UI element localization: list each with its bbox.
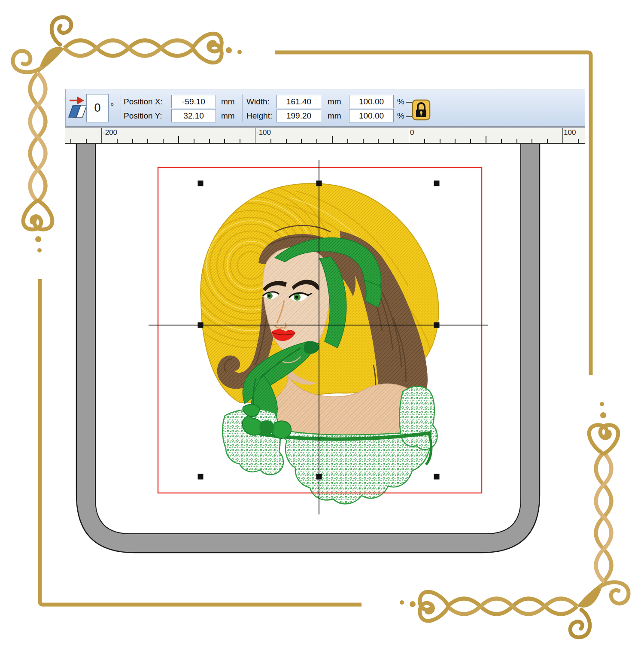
- ruler-tick: [378, 139, 379, 143]
- position-y-input[interactable]: 32.10: [171, 109, 216, 122]
- ruler-tick: [455, 139, 456, 143]
- ruler-tick: [363, 139, 364, 143]
- ruler-tick: [501, 139, 502, 143]
- ruler-label: 100: [564, 128, 576, 137]
- ruler-tick: [332, 136, 333, 143]
- ruler-tick: [316, 139, 317, 143]
- ruler-tick: [301, 139, 302, 143]
- ruler-tick: [393, 139, 394, 143]
- ruler-tick: [532, 139, 532, 143]
- ruler-tick: [132, 139, 133, 143]
- ruler-tick: [409, 128, 409, 143]
- toolbar-separator: [242, 94, 243, 122]
- position-x-label: Position X:: [124, 97, 163, 106]
- scale-x-input[interactable]: 100.00: [349, 95, 394, 108]
- width-unit: mm: [328, 97, 341, 106]
- ruler-tick: [547, 139, 548, 143]
- width-input[interactable]: 161.40: [276, 95, 321, 108]
- ruler-tick: [209, 139, 210, 143]
- ruler-tick: [270, 139, 271, 143]
- position-y-unit: mm: [221, 111, 235, 121]
- height-unit: mm: [328, 111, 341, 121]
- ruler-tick: [516, 139, 517, 143]
- scale-y-unit: %: [397, 111, 404, 121]
- embroidery-app-window: 0 ° Position X: -59.10 mm Position Y: 32…: [0, 0, 644, 657]
- ruler-label: -100: [256, 128, 271, 137]
- selection-handle[interactable]: [198, 322, 204, 328]
- rotate-skew-icon: [68, 95, 88, 120]
- ruler-tick: [240, 139, 240, 143]
- ruler-tick: [440, 139, 440, 143]
- selection-handle[interactable]: [198, 181, 204, 186]
- ruler-label: -200: [103, 128, 117, 137]
- position-x-input[interactable]: -59.10: [171, 95, 216, 108]
- rotation-input[interactable]: 0: [86, 94, 109, 122]
- ruler-tick: [470, 139, 471, 143]
- ruler-tick: [424, 139, 425, 143]
- selection-handle[interactable]: [198, 474, 204, 480]
- ruler-tick: [286, 139, 287, 143]
- ruler-tick: [578, 139, 579, 143]
- ruler-tick: [194, 139, 194, 143]
- degree-symbol: °: [110, 101, 114, 112]
- selection-handle[interactable]: [434, 322, 440, 328]
- scale-y-input[interactable]: 100.00: [349, 109, 394, 122]
- ruler-tick: [178, 136, 179, 143]
- ruler-tick: [147, 139, 148, 143]
- ruler-tick: [70, 139, 71, 143]
- selection-handle[interactable]: [434, 181, 440, 186]
- width-label: Width:: [246, 97, 270, 106]
- transform-toolbar: 0 ° Position X: -59.10 mm Position Y: 32…: [65, 89, 585, 127]
- ruler-label: 0: [410, 128, 414, 137]
- ruler-tick: [255, 128, 255, 143]
- ruler-tick: [224, 139, 225, 143]
- ruler-tick: [117, 139, 118, 143]
- selection-handle[interactable]: [434, 474, 440, 480]
- selection-handle[interactable]: [316, 474, 322, 480]
- scale-x-unit: %: [397, 97, 404, 106]
- position-x-unit: mm: [221, 97, 235, 106]
- aspect-lock-icon[interactable]: [406, 97, 436, 125]
- selection-handle[interactable]: [316, 181, 322, 186]
- ruler-tick: [101, 128, 102, 143]
- ruler-tick: [163, 139, 164, 143]
- ruler: -200-1000100: [65, 127, 585, 144]
- ruler-tick: [86, 139, 87, 143]
- ruler-tick: [562, 128, 563, 143]
- height-label: Height:: [246, 111, 272, 121]
- ruler-tick: [347, 139, 348, 143]
- ruler-tick: [486, 136, 486, 143]
- height-input[interactable]: 199.20: [276, 109, 321, 122]
- position-y-label: Position Y:: [124, 111, 162, 121]
- toolbar-separator: [121, 94, 121, 122]
